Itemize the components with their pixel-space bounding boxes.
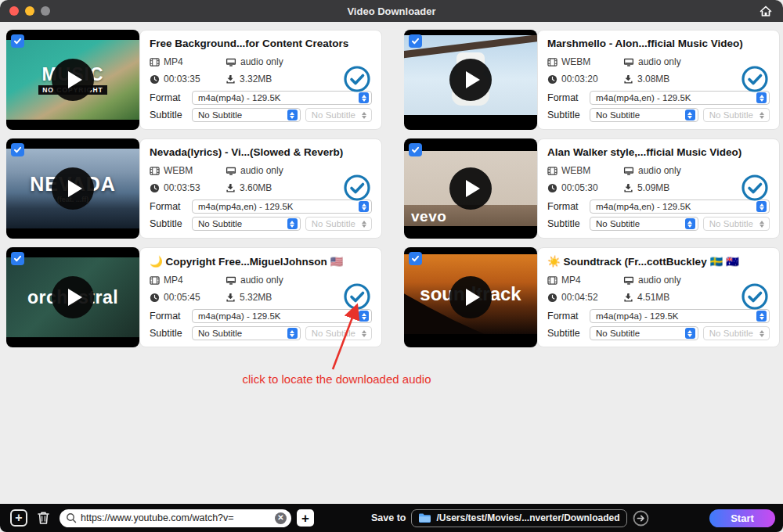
locate-downloaded-file-button[interactable] — [343, 174, 371, 202]
stream-type: audio only — [240, 56, 283, 67]
play-icon — [466, 180, 480, 197]
format-label: Format — [150, 201, 189, 212]
video-title: Nevada(lyrics) - Vi...(Slowed & Reverb) — [150, 146, 372, 158]
screen-icon — [226, 57, 236, 67]
window-controls — [9, 6, 50, 16]
stepper-icon — [756, 201, 767, 212]
stream-type: audio only — [638, 275, 681, 286]
stepper-icon — [359, 110, 369, 120]
url-field[interactable]: ✕ — [60, 509, 291, 527]
video-info-card: ☀️ Soundtrack (Fr...cottBuckley 🇸🇪 🇦🇺 MP… — [537, 247, 780, 347]
stepper-icon — [756, 92, 767, 103]
video-info-card: Free Background...for Content Creators M… — [139, 30, 382, 130]
locate-downloaded-file-button[interactable] — [343, 65, 371, 93]
select-checkbox[interactable] — [11, 143, 24, 156]
select-checkbox[interactable] — [11, 252, 24, 265]
subtitle-secondary-value: No Subtitle — [312, 219, 355, 228]
clock-icon — [150, 293, 160, 303]
locate-downloaded-file-button[interactable] — [741, 282, 769, 311]
container-format: WEBM — [561, 56, 590, 67]
play-icon — [68, 289, 82, 306]
select-checkbox[interactable] — [409, 143, 422, 156]
video-meta: WEBM 00:03:53 audio only 3.60MB — [150, 165, 372, 193]
app-window: Video Downloader MUSIC NO COPYRIGHT Free… — [0, 0, 783, 532]
main-content: MUSIC NO COPYRIGHT Free Background...for… — [0, 22, 783, 504]
open-folder-button[interactable] — [633, 510, 649, 527]
stepper-icon — [359, 218, 369, 229]
subtitle-select[interactable]: No Subtitle — [192, 326, 301, 340]
subtitle-label: Subtitle — [547, 110, 586, 120]
stepper-icon — [287, 110, 298, 120]
window-title: Video Downloader — [0, 5, 783, 17]
clock-icon — [547, 293, 557, 303]
select-checkbox[interactable] — [11, 34, 24, 48]
locate-downloaded-file-button[interactable] — [741, 65, 769, 93]
film-icon — [547, 166, 557, 176]
subtitle-label: Subtitle — [150, 110, 189, 120]
check-icon — [411, 146, 420, 154]
play-icon — [466, 289, 480, 306]
minimize-window-button[interactable] — [25, 6, 34, 16]
stepper-icon — [685, 328, 695, 339]
subtitle-secondary-select: No Subtitle — [703, 108, 770, 122]
format-value: m4a(mp4a) - 129.5K — [596, 311, 753, 321]
plus-icon: + — [301, 512, 309, 525]
subtitle-value: No Subtitle — [596, 219, 682, 228]
video-grid: MUSIC NO COPYRIGHT Free Background...for… — [0, 22, 783, 347]
play-button[interactable] — [449, 59, 492, 101]
format-value: m4a(mp4a) - 129.5K — [198, 93, 355, 102]
thumbnail-caption: vevo — [411, 209, 446, 224]
video-item: vevo Alan Walker style,...fficial Music … — [404, 138, 780, 239]
format-row: Format m4a(mp4a) - 129.5K — [547, 309, 770, 323]
select-checkbox[interactable] — [409, 252, 422, 265]
subtitle-select[interactable]: No Subtitle — [192, 108, 301, 122]
select-checkbox[interactable] — [409, 34, 422, 48]
start-button[interactable]: Start — [709, 509, 775, 527]
play-button[interactable] — [449, 276, 492, 318]
close-window-button[interactable] — [9, 6, 19, 16]
home-icon[interactable] — [758, 3, 774, 19]
zoom-window-button[interactable] — [41, 6, 50, 16]
subtitle-label: Subtitle — [150, 218, 189, 229]
file-size: 5.32MB — [240, 292, 272, 303]
duration: 00:03:53 — [164, 182, 200, 193]
video-thumbnail: vevo — [404, 138, 537, 239]
subtitle-select[interactable]: No Subtitle — [192, 217, 301, 231]
clock-icon — [547, 74, 557, 84]
subtitle-value: No Subtitle — [596, 329, 682, 338]
locate-downloaded-file-button[interactable] — [741, 174, 769, 202]
duration: 00:05:30 — [561, 182, 598, 193]
clear-url-icon[interactable]: ✕ — [275, 512, 287, 524]
url-input[interactable] — [81, 512, 275, 523]
subtitle-secondary-select: No Subtitle — [305, 217, 372, 231]
video-info-card: Marshmello - Alon...fficial Music Video)… — [537, 30, 780, 130]
delete-button[interactable] — [36, 510, 51, 526]
subtitle-select[interactable]: No Subtitle — [590, 108, 698, 122]
stream-type: audio only — [240, 165, 283, 176]
clock-icon — [150, 74, 160, 84]
subtitle-select[interactable]: No Subtitle — [590, 217, 698, 231]
video-info-card: Alan Walker style,...fficial Music Video… — [537, 138, 780, 239]
play-button[interactable] — [449, 167, 492, 210]
format-select[interactable]: m4a(mp4a) - 129.5K — [590, 309, 770, 323]
container-format: MP4 — [164, 275, 183, 286]
video-thumbnail: MUSIC NO COPYRIGHT — [6, 30, 139, 130]
play-icon — [466, 71, 480, 88]
download-icon — [226, 293, 236, 303]
subtitle-secondary-value: No Subtitle — [709, 329, 753, 338]
video-meta: MP4 00:04:52 audio only 4.51MB — [547, 275, 770, 303]
subtitle-select[interactable]: No Subtitle — [590, 326, 698, 340]
container-format: MP4 — [164, 56, 183, 67]
search-icon — [66, 512, 77, 523]
add-task-button[interactable]: + — [10, 509, 27, 527]
play-button[interactable] — [52, 276, 94, 318]
subtitle-label: Subtitle — [150, 328, 189, 339]
play-button[interactable] — [52, 59, 94, 101]
append-url-button[interactable]: + — [297, 509, 314, 527]
subtitle-row: Subtitle No Subtitle No Subtitle — [547, 326, 770, 340]
save-path-field[interactable]: /Users/test/Movies/...nverter/Downloaded — [411, 509, 626, 527]
play-button[interactable] — [52, 167, 94, 210]
video-thumbnail: soundtrack — [404, 247, 537, 347]
download-icon — [623, 74, 633, 84]
check-icon — [13, 146, 22, 154]
